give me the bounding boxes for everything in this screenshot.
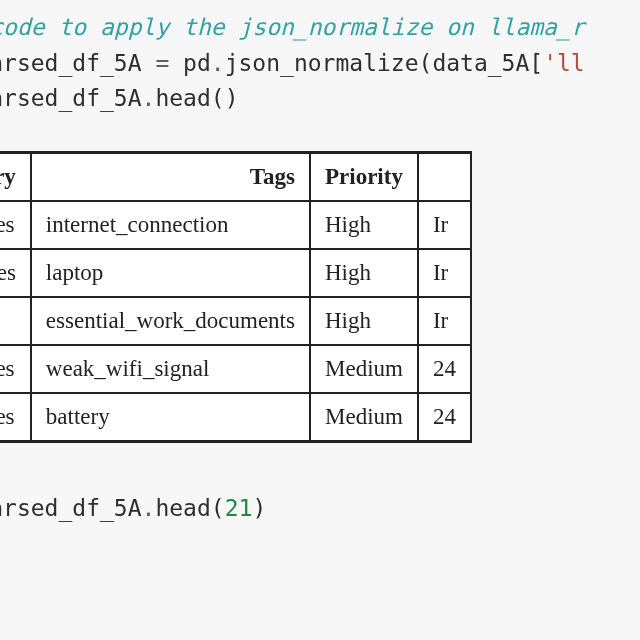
code-token: . <box>142 85 156 111</box>
cell-extra: Ir <box>418 297 471 345</box>
cell-tags: battery <box>31 393 310 442</box>
code-comment: the code to apply the json_normalize on … <box>0 14 585 40</box>
col-header-extra <box>418 152 471 201</box>
table-row: al Issues battery Medium 24 <box>0 393 471 442</box>
cell-category: covery <box>0 297 31 345</box>
code-token: pd <box>169 50 211 76</box>
code-token: nse_parsed_df_5A <box>0 85 142 111</box>
code-token: . <box>211 50 225 76</box>
table-row: al Issues internet_connection High Ir <box>0 201 471 249</box>
cell-priority: High <box>310 201 418 249</box>
notebook-viewport: the code to apply the json_normalize on … <box>0 0 640 527</box>
col-header-tags: Tags <box>31 152 310 201</box>
cell-extra: Ir <box>418 201 471 249</box>
code-token: . <box>142 495 156 521</box>
cell-category: al Issues <box>0 393 31 442</box>
cell-tags: laptop <box>31 249 310 297</box>
cell-priority: High <box>310 249 418 297</box>
cell-extra: Ir <box>418 249 471 297</box>
table-row: al Issues weak_wifi_signal Medium 24 <box>0 345 471 393</box>
cell-extra: 24 <box>418 345 471 393</box>
code-token: head() <box>155 85 238 111</box>
dataframe-table: ategory Tags Priority al Issues internet… <box>0 151 472 443</box>
code-token: json_normalize(data_5A[ <box>225 50 544 76</box>
code-token: nse_parsed_df_5A <box>0 495 142 521</box>
table-header-row: ategory Tags Priority <box>0 152 471 201</box>
cell-category: al Issues <box>0 345 31 393</box>
cell-category: re Issues <box>0 249 31 297</box>
cell-priority: Medium <box>310 345 418 393</box>
cell-category: al Issues <box>0 201 31 249</box>
cell-priority: Medium <box>310 393 418 442</box>
output-cell-1: ategory Tags Priority al Issues internet… <box>0 151 640 443</box>
cell-priority: High <box>310 297 418 345</box>
code-token: ) <box>252 495 266 521</box>
code-token: head( <box>155 495 224 521</box>
code-cell-2: nse_parsed_df_5A.head(21) <box>0 443 640 527</box>
code-token: nse_parsed_df_5A <box>0 50 155 76</box>
table-row: covery essential_work_documents High Ir <box>0 297 471 345</box>
cell-tags: internet_connection <box>31 201 310 249</box>
col-header-category: ategory <box>0 152 31 201</box>
code-token: = <box>155 50 169 76</box>
col-header-priority: Priority <box>310 152 418 201</box>
table-row: re Issues laptop High Ir <box>0 249 471 297</box>
code-token: 'll <box>543 50 585 76</box>
code-token: 21 <box>225 495 253 521</box>
cell-tags: weak_wifi_signal <box>31 345 310 393</box>
cell-extra: 24 <box>418 393 471 442</box>
code-cell-1: the code to apply the json_normalize on … <box>0 0 640 151</box>
cell-tags: essential_work_documents <box>31 297 310 345</box>
